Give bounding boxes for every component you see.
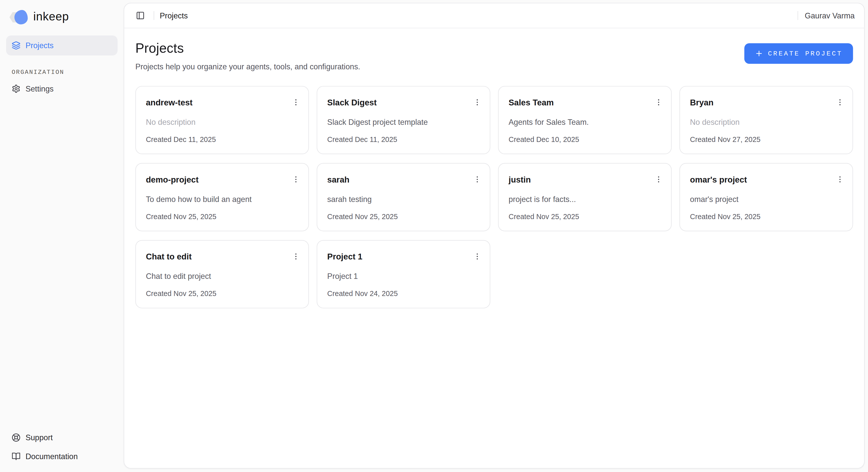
sidebar-item-documentation[interactable]: Documentation [6, 447, 118, 465]
sidebar-item-settings[interactable]: Settings [6, 79, 118, 99]
kebab-menu-icon [473, 98, 481, 106]
project-name: Slack Digest [327, 97, 377, 108]
panel-left-icon [136, 11, 145, 20]
project-menu-button[interactable] [652, 173, 664, 185]
project-card[interactable]: Bryan No description Created Nov 27, 202… [679, 86, 853, 154]
project-menu-button[interactable] [834, 96, 846, 108]
project-card[interactable]: Slack Digest Slack Digest project templa… [317, 86, 490, 154]
kebab-menu-icon [291, 175, 300, 183]
project-description: Project 1 [327, 271, 480, 282]
app-root: inkeep Projects ORGANIZATION Settings Su… [0, 0, 868, 472]
project-created-date: Created Nov 25, 2025 [690, 212, 842, 222]
project-name: justin [509, 174, 531, 185]
project-description: No description [690, 117, 842, 128]
layers-icon [11, 41, 21, 50]
project-card[interactable]: demo-project To demo how to build an age… [135, 163, 309, 231]
sidebar-org-nav: Settings [6, 79, 118, 99]
project-grid: andrew-test No description Created Dec 1… [135, 86, 853, 308]
project-created-date: Created Nov 25, 2025 [146, 212, 298, 222]
sidebar-nav: Projects [6, 36, 118, 56]
sidebar-item-label: Documentation [26, 452, 78, 461]
project-card[interactable]: Chat to edit Chat to edit project Create… [135, 240, 309, 308]
sidebar-section-organization: ORGANIZATION [6, 69, 118, 75]
project-card[interactable]: omar's project omar's project Created No… [679, 163, 853, 231]
sidebar-toggle-button[interactable] [133, 8, 148, 24]
book-open-icon [11, 452, 21, 461]
project-created-date: Created Nov 27, 2025 [690, 135, 842, 145]
sidebar-item-support[interactable]: Support [6, 429, 118, 446]
project-menu-button[interactable] [289, 250, 302, 262]
project-description: Chat to edit project [146, 271, 298, 282]
plus-icon [754, 50, 763, 58]
sidebar-item-label: Projects [26, 41, 54, 50]
sidebar-item-label: Support [26, 433, 53, 442]
project-created-date: Created Nov 24, 2025 [327, 289, 480, 299]
sidebar-footer: Support Documentation [6, 429, 118, 467]
project-menu-button[interactable] [471, 173, 483, 185]
topbar: Projects Gaurav Varma [124, 3, 864, 28]
project-menu-button[interactable] [471, 96, 483, 108]
kebab-menu-icon [654, 175, 662, 183]
kebab-menu-icon [835, 98, 844, 106]
project-menu-button[interactable] [289, 173, 302, 185]
project-description: sarah testing [327, 194, 480, 205]
project-description: To demo how to build an agent [146, 194, 298, 205]
project-name: Chat to edit [146, 251, 191, 262]
project-description: No description [146, 117, 298, 128]
divider [154, 11, 154, 20]
kebab-menu-icon [473, 252, 481, 260]
project-created-date: Created Nov 25, 2025 [327, 212, 480, 222]
project-menu-button[interactable] [834, 173, 846, 185]
project-menu-button[interactable] [652, 96, 664, 108]
project-name: Bryan [690, 97, 714, 108]
project-name: sarah [327, 174, 349, 185]
project-menu-button[interactable] [289, 96, 302, 108]
project-card[interactable]: Project 1 Project 1 Created Nov 24, 2025 [317, 240, 490, 308]
user-menu[interactable]: Gaurav Varma [804, 9, 856, 22]
create-project-button[interactable]: CREATE PROJECT [744, 43, 853, 64]
sidebar-item-label: Settings [26, 84, 54, 93]
life-buoy-icon [11, 433, 21, 442]
sidebar: inkeep Projects ORGANIZATION Settings Su… [0, 0, 124, 472]
project-description: omar's project [690, 194, 842, 205]
project-created-date: Created Nov 25, 2025 [509, 212, 661, 222]
project-name: Sales Team [509, 97, 554, 108]
divider [798, 11, 798, 20]
project-card[interactable]: justin project is for facts... Created N… [498, 163, 672, 231]
page-title: Projects [135, 40, 360, 56]
project-description: Agents for Sales Team. [509, 117, 661, 128]
brand-wordmark: inkeep [33, 10, 69, 24]
page-subtitle: Projects help you organize your agents, … [135, 62, 360, 71]
project-card[interactable]: Sales Team Agents for Sales Team. Create… [498, 86, 672, 154]
project-created-date: Created Dec 11, 2025 [327, 135, 480, 145]
kebab-menu-icon [291, 98, 300, 106]
project-name: andrew-test [146, 97, 192, 108]
logo-link[interactable]: inkeep [6, 6, 118, 27]
project-card[interactable]: andrew-test No description Created Dec 1… [135, 86, 309, 154]
gear-icon [11, 84, 21, 93]
project-name: Project 1 [327, 251, 362, 262]
kebab-menu-icon [654, 98, 662, 106]
project-name: omar's project [690, 174, 747, 185]
project-description: Slack Digest project template [327, 117, 480, 128]
create-project-label: CREATE PROJECT [768, 50, 842, 58]
project-created-date: Created Dec 10, 2025 [509, 135, 661, 145]
project-name: demo-project [146, 174, 198, 185]
sidebar-item-projects[interactable]: Projects [6, 36, 118, 56]
project-description: project is for facts... [509, 194, 661, 205]
project-menu-button[interactable] [471, 250, 483, 262]
kebab-menu-icon [291, 252, 300, 260]
main-panel: Projects Gaurav Varma Projects Projects … [124, 3, 865, 469]
kebab-menu-icon [473, 175, 481, 183]
content-area: Projects Projects help you organize your… [124, 28, 864, 320]
breadcrumb: Projects [160, 11, 188, 20]
project-card[interactable]: sarah sarah testing Created Nov 25, 2025 [317, 163, 490, 231]
project-created-date: Created Dec 11, 2025 [146, 135, 298, 145]
inkeep-logo-icon [9, 9, 28, 25]
project-created-date: Created Nov 25, 2025 [146, 289, 298, 299]
kebab-menu-icon [835, 175, 844, 183]
